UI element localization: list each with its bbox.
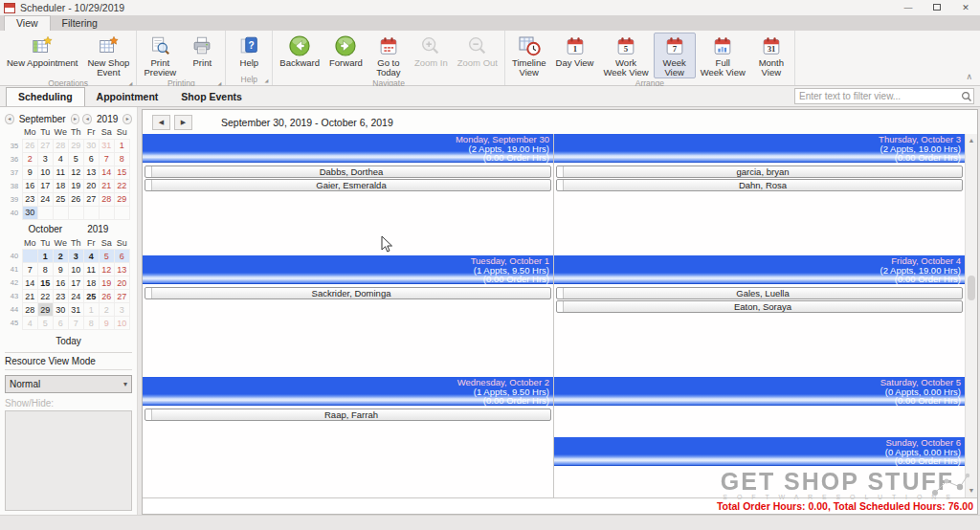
- filter-input[interactable]: [795, 91, 960, 101]
- calendar-day[interactable]: 27: [37, 139, 53, 152]
- calendar-day[interactable]: 4: [53, 152, 68, 166]
- day-body[interactable]: Dabbs, DortheaGaier, Esmeralda: [143, 163, 553, 255]
- ribbon-tab-filtering[interactable]: Filtering: [51, 16, 109, 31]
- calendar-day[interactable]: 4: [83, 250, 99, 263]
- ribbon-button-week-view[interactable]: 7Week View: [654, 33, 696, 78]
- collapse-ribbon-icon[interactable]: ∧: [966, 72, 972, 81]
- prev-week-button[interactable]: ◀: [152, 115, 170, 130]
- calendar-day[interactable]: 31: [68, 303, 83, 317]
- calendar-day[interactable]: 30: [53, 303, 68, 317]
- calendar-day[interactable]: 14: [99, 166, 114, 179]
- calendar-day[interactable]: 18: [53, 179, 68, 192]
- day-header[interactable]: Saturday, October 5(0 Appts, 0.00 Hrs)(0…: [554, 377, 965, 406]
- calendar-day[interactable]: 9: [53, 263, 68, 276]
- ribbon-button-new-shop-event[interactable]: New Shop Event: [82, 33, 134, 78]
- calendar-day[interactable]: 25: [83, 290, 99, 303]
- ribbon-button-forward[interactable]: Forward: [324, 33, 368, 69]
- calendar-day[interactable]: 6: [53, 317, 68, 330]
- calendar-day[interactable]: 5: [99, 250, 114, 263]
- calendar-day[interactable]: 2: [99, 303, 114, 317]
- calendar-day[interactable]: 16: [53, 276, 68, 290]
- calendar-day[interactable]: 7: [99, 152, 114, 166]
- day-header[interactable]: Wednesday, October 2(1 Appts, 9.50 Hrs)(…: [143, 377, 553, 406]
- appointment-bar[interactable]: Raap, Farrah: [145, 409, 551, 421]
- calendar-day[interactable]: 1: [37, 250, 53, 263]
- day-body[interactable]: [554, 466, 965, 497]
- today-button[interactable]: Today: [5, 332, 132, 348]
- day-header[interactable]: Monday, September 30(2 Appts, 19.00 Hrs)…: [143, 134, 553, 163]
- ribbon-button-zoom-in[interactable]: Zoom In: [410, 33, 453, 69]
- tab-appointment[interactable]: Appointment: [85, 88, 170, 106]
- calendar-day[interactable]: 1: [114, 139, 129, 152]
- calendar-day[interactable]: 6: [114, 250, 129, 263]
- calendar-day[interactable]: 14: [22, 276, 37, 290]
- minimize-button[interactable]: —: [894, 0, 923, 15]
- calendar-day[interactable]: 4: [22, 317, 37, 330]
- ribbon-button-full-week-view[interactable]: Full Week View: [696, 33, 750, 78]
- calendar-day[interactable]: 20: [114, 276, 129, 290]
- day-body[interactable]: [554, 406, 965, 437]
- next-year-arrow-icon[interactable]: ▸: [122, 114, 132, 124]
- calendar-day[interactable]: 22: [114, 179, 129, 192]
- calendar-day[interactable]: 11: [83, 263, 99, 276]
- calendar-day[interactable]: 17: [68, 276, 83, 290]
- appointment-bar[interactable]: Sackrider, Dominga: [145, 287, 551, 299]
- resource-view-mode-select[interactable]: Normal ▾: [5, 375, 132, 393]
- calendar-day[interactable]: 19: [68, 179, 83, 192]
- calendar-day[interactable]: 5: [37, 317, 53, 330]
- calendar-day[interactable]: 11: [53, 166, 68, 179]
- appointment-bar[interactable]: garcia, bryan: [556, 166, 963, 178]
- calendar-day[interactable]: 23: [22, 192, 37, 206]
- ribbon-button-timeline-view[interactable]: Timeline View: [507, 33, 551, 78]
- calendar-day[interactable]: 19: [99, 276, 114, 290]
- calendar-day[interactable]: 9: [22, 166, 37, 179]
- search-icon[interactable]: [960, 90, 973, 103]
- ribbon-button-work-week-view[interactable]: 5Work Week View: [598, 33, 653, 78]
- calendar-day[interactable]: 27: [83, 192, 99, 206]
- calendar-day[interactable]: 26: [22, 139, 37, 152]
- maximize-button[interactable]: [923, 0, 951, 15]
- next-month-arrow-icon[interactable]: ▸: [71, 114, 80, 124]
- calendar-day[interactable]: 28: [22, 303, 37, 317]
- calendar-day[interactable]: 24: [68, 290, 83, 303]
- calendar-day[interactable]: 1: [83, 303, 99, 317]
- calendar-day[interactable]: 25: [53, 192, 68, 206]
- appointment-bar[interactable]: Gales, Luella: [556, 287, 963, 299]
- appointment-bar[interactable]: Dahn, Rosa: [556, 179, 963, 191]
- calendar-day[interactable]: 26: [99, 290, 114, 303]
- ribbon-button-month-view[interactable]: 31Month View: [750, 33, 792, 78]
- calendar-day[interactable]: 7: [22, 263, 37, 276]
- calendar-day[interactable]: 15: [114, 166, 129, 179]
- day-header[interactable]: Sunday, October 6(0 Appts, 0.00 Hrs)(0.0…: [554, 437, 965, 466]
- calendar-day[interactable]: 8: [83, 317, 99, 330]
- vertical-scrollbar[interactable]: ▲ ▼: [965, 134, 977, 497]
- day-header[interactable]: Thursday, October 3(2 Appts, 19.00 Hrs)(…: [554, 134, 965, 163]
- calendar-day[interactable]: 29: [37, 303, 53, 317]
- calendar-day[interactable]: 3: [114, 303, 129, 317]
- day-body[interactable]: Sackrider, Dominga: [143, 284, 553, 377]
- day-body[interactable]: Raap, Farrah: [143, 406, 553, 497]
- day-body[interactable]: garcia, bryanDahn, Rosa: [554, 163, 965, 255]
- calendar-day[interactable]: 10: [114, 317, 129, 330]
- calendar-day[interactable]: 10: [68, 263, 83, 276]
- calendar-day[interactable]: 23: [53, 290, 68, 303]
- calendar-day[interactable]: 2: [22, 152, 37, 166]
- scrollbar-track[interactable]: [966, 147, 977, 484]
- calendar-day[interactable]: 12: [68, 166, 83, 179]
- calendar-day[interactable]: 7: [68, 317, 83, 330]
- ribbon-button-backward[interactable]: Backward: [275, 33, 324, 69]
- tab-shop-events[interactable]: Shop Events: [169, 88, 254, 106]
- appointment-bar[interactable]: Gaier, Esmeralda: [145, 179, 551, 191]
- calendar-day[interactable]: 18: [83, 276, 99, 290]
- calendar-day[interactable]: 12: [99, 263, 114, 276]
- calendar-day[interactable]: 29: [114, 192, 129, 206]
- scroll-down-icon[interactable]: ▼: [969, 484, 975, 497]
- calendar-day[interactable]: 9: [99, 317, 114, 330]
- calendar-day[interactable]: 3: [68, 250, 83, 263]
- ribbon-button-print-preview[interactable]: Print Preview: [139, 33, 181, 78]
- day-header[interactable]: Tuesday, October 1(1 Appts, 9.50 Hrs)(0.…: [143, 255, 553, 284]
- calendar-day[interactable]: 22: [37, 290, 53, 303]
- calendar-day[interactable]: 29: [68, 139, 83, 152]
- calendar-day[interactable]: 5: [68, 152, 83, 166]
- calendar-day[interactable]: 21: [22, 290, 37, 303]
